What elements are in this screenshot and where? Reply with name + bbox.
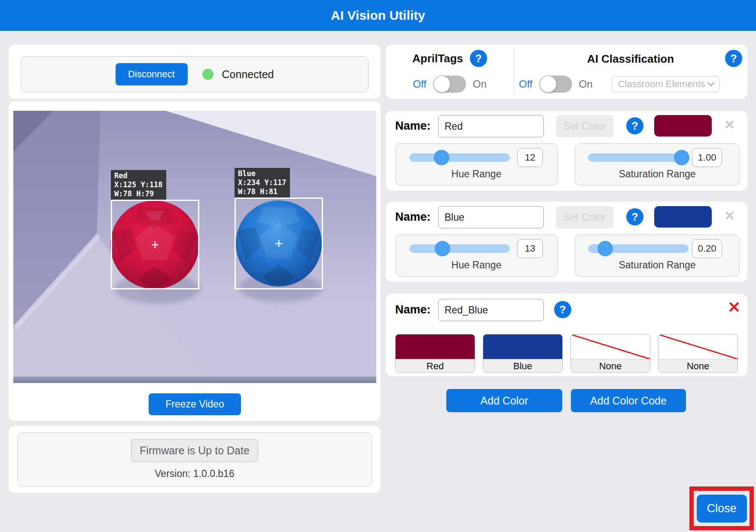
video-bottom-strip	[13, 377, 376, 383]
color-code-slot-4[interactable]: None	[658, 334, 738, 373]
hue-range-label: Hue Range	[396, 168, 557, 180]
saturation-range-label: Saturation Range	[575, 259, 739, 271]
connection-card: Disconnect Connected	[9, 45, 381, 99]
color-code-name-input[interactable]	[438, 299, 544, 321]
hue-slider-knob[interactable]	[434, 150, 449, 165]
color-code-slot-2[interactable]: Blue	[483, 334, 563, 373]
slot-color-none	[571, 334, 650, 359]
color-card-blue: Name: Set Color ? ✕ 13 Hue Range 0.20 Sa…	[386, 202, 747, 282]
saturation-range-box: 0.20 Saturation Range	[575, 234, 740, 277]
name-label: Name:	[395, 303, 431, 316]
connection-box: Disconnect Connected	[21, 56, 369, 92]
video-feed: Red X:125 Y:118 W:78 H:79 + Blue X:234 Y…	[13, 111, 376, 383]
question-icon: ?	[559, 304, 566, 316]
page-title: AI Vision Utility	[331, 8, 425, 23]
saturation-range-box: 1.00 Saturation Range	[575, 143, 740, 185]
firmware-version: Version: 1.0.0.b16	[155, 468, 234, 480]
status-dot-icon	[202, 69, 213, 80]
hue-value[interactable]: 12	[517, 148, 543, 167]
dropdown-value: Classroom Elements	[618, 79, 705, 90]
toggles-card: AprilTags ? Off On AI Classification ? O…	[386, 45, 747, 99]
question-icon: ?	[631, 120, 638, 132]
video-card: Red X:125 Y:118 W:78 H:79 + Blue X:234 Y…	[9, 101, 381, 421]
slot-color-none	[658, 334, 738, 359]
add-color-button[interactable]: Add Color	[446, 389, 562, 412]
color-code-help-button[interactable]: ?	[554, 301, 571, 318]
apriltags-help-button[interactable]: ?	[470, 50, 487, 67]
color-swatch	[654, 206, 712, 228]
title-bar: AI Vision Utility	[0, 0, 756, 31]
hue-range-box: 12 Hue Range	[395, 143, 558, 185]
saturation-range-label: Saturation Range	[575, 168, 739, 180]
apriltags-section: AprilTags ? Off On	[386, 45, 514, 99]
connection-status: Connected	[222, 68, 274, 81]
firmware-status-button[interactable]: Firmware is Up to Date	[131, 439, 258, 462]
slot-label: None	[571, 359, 650, 373]
disconnect-button[interactable]: Disconnect	[116, 63, 188, 85]
apriltags-title: AprilTags	[412, 52, 463, 65]
red-crosshair-icon: +	[151, 238, 159, 252]
slot-label: None	[658, 359, 738, 373]
classification-title: AI Classification	[514, 52, 747, 66]
hue-value[interactable]: 13	[517, 239, 543, 258]
hue-slider-track[interactable]	[409, 244, 510, 253]
color-card-red: Name: Set Color ? ✕ 12 Hue Range 1.00 Sa…	[386, 111, 747, 191]
classification-toggle[interactable]	[540, 76, 572, 93]
saturation-slider-track[interactable]	[588, 153, 689, 162]
apriltags-off-label: Off	[413, 78, 427, 90]
question-icon: ?	[475, 52, 482, 65]
freeze-video-button[interactable]: Freeze Video	[149, 393, 241, 415]
hue-slider-knob[interactable]	[435, 241, 450, 256]
question-icon: ?	[631, 211, 638, 223]
remove-color-code-icon[interactable]: ✕	[728, 300, 741, 315]
color-help-button[interactable]: ?	[626, 117, 643, 134]
slot-color	[483, 334, 562, 359]
color-code-card: Name: ? ✕ Red Blue None None	[386, 294, 747, 376]
classification-on-label: On	[579, 78, 593, 90]
color-name-input[interactable]	[438, 115, 544, 137]
classification-help-button[interactable]: ?	[725, 50, 742, 67]
color-code-slot-1[interactable]: Red	[395, 334, 475, 373]
classification-dropdown[interactable]: Classroom Elements	[612, 76, 720, 92]
slot-label: Red	[396, 359, 475, 373]
remove-color-icon[interactable]: ✕	[724, 210, 735, 222]
hue-range-box: 13 Hue Range	[395, 234, 558, 277]
saturation-value[interactable]: 1.00	[692, 148, 722, 167]
hue-slider-track[interactable]	[409, 153, 510, 162]
color-swatch	[654, 115, 712, 137]
saturation-slider-track[interactable]	[588, 244, 689, 253]
saturation-slider-knob[interactable]	[597, 241, 613, 256]
saturation-value[interactable]: 0.20	[692, 239, 722, 258]
detection-label-blue: Blue X:234 Y:117 W:78 H:81	[235, 168, 290, 198]
firmware-box: Firmware is Up to Date Version: 1.0.0.b1…	[17, 432, 372, 486]
apriltags-toggle[interactable]	[433, 76, 466, 93]
name-label: Name:	[395, 119, 431, 133]
toggle-knob	[434, 76, 450, 92]
detection-label-red: Red X:125 Y:118 W:78 H:79	[111, 170, 166, 200]
slot-label: Blue	[483, 359, 562, 373]
color-code-slot-3[interactable]: None	[570, 334, 650, 373]
blue-crosshair-icon: +	[275, 237, 283, 250]
color-help-button[interactable]: ?	[626, 208, 643, 225]
remove-color-icon[interactable]: ✕	[724, 119, 735, 131]
apriltags-on-label: On	[473, 78, 487, 90]
toggle-knob	[540, 76, 556, 92]
classification-off-label: Off	[519, 78, 533, 90]
set-color-button[interactable]: Set Color	[556, 206, 613, 228]
chevron-down-icon	[707, 79, 714, 87]
hue-range-label: Hue Range	[396, 259, 557, 271]
name-label: Name:	[395, 210, 431, 224]
firmware-card: Firmware is Up to Date Version: 1.0.0.b1…	[9, 426, 381, 493]
color-name-input[interactable]	[438, 206, 544, 228]
slot-color	[396, 334, 475, 359]
close-button[interactable]: Close	[697, 495, 747, 523]
saturation-slider-knob[interactable]	[674, 150, 689, 165]
question-icon: ?	[730, 52, 737, 65]
close-highlight: Close	[689, 486, 754, 530]
add-color-code-button[interactable]: Add Color Code	[571, 389, 686, 412]
classification-section: AI Classification ? Off On Classroom Ele…	[514, 45, 747, 99]
set-color-button[interactable]: Set Color	[556, 115, 613, 137]
